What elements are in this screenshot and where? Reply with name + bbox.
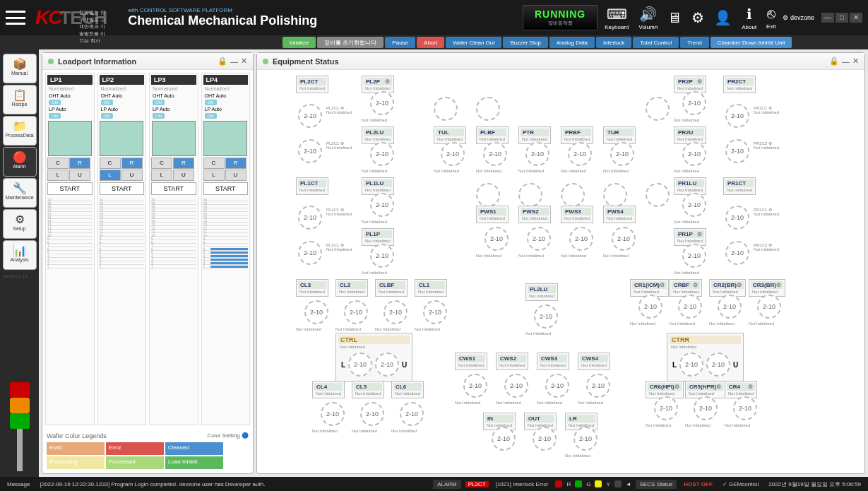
lp-on-toggle[interactable]: ON <box>101 113 113 119</box>
wafer-circle[interactable]: 2-10 <box>400 402 424 426</box>
wafer-circle[interactable]: 2-10 <box>586 374 610 398</box>
wafer-circle[interactable]: 2-10 <box>682 244 706 268</box>
wafer-circle[interactable]: 2-10 <box>610 142 634 166</box>
wafer-circle[interactable]: 2-10 <box>534 304 558 329</box>
unit-cl2[interactable]: CL2Not Initialized <box>335 279 368 297</box>
wafer-circle[interactable]: 2-10 <box>525 142 549 166</box>
wafer-circle[interactable]: 2-10 <box>344 300 368 324</box>
wafer-circle[interactable]: 2-10 <box>682 91 706 115</box>
-icon[interactable]: 👤 <box>714 9 732 26</box>
close-icon[interactable]: ✕ <box>852 57 859 66</box>
wafer-circle[interactable]: 2-10 <box>678 295 702 319</box>
wafer-circle[interactable]: 2-10 <box>638 295 662 319</box>
wafer-circle[interactable]: 2-10 <box>483 142 507 166</box>
wafer-circle[interactable]: 2-10 <box>545 374 569 398</box>
wafer-circle[interactable]: 2-10 <box>298 139 322 163</box>
toolbar-total-control[interactable]: Total Control <box>633 37 679 48</box>
unit-pl2lu[interactable]: PL2LUNot Initialized <box>525 283 558 301</box>
r-button[interactable]: R <box>225 158 246 169</box>
wafer-slot[interactable] <box>152 121 196 156</box>
wafer-circle[interactable]: 2-10 <box>725 139 749 163</box>
unit-pws3[interactable]: PWS3Not Initialized <box>561 206 593 223</box>
wafer-circle[interactable]: 2-10 <box>533 427 557 451</box>
l-button[interactable]: L <box>151 170 172 181</box>
wafer-circle[interactable]: 2-10 <box>441 142 465 166</box>
color-setting-button[interactable]: Color Setting 🔵 <box>208 432 249 439</box>
toolbar-water-clean-out[interactable]: Water Clean Out <box>446 37 501 48</box>
unit-cl6[interactable]: CL6Not Initialized <box>391 381 424 398</box>
unit-pl1ct[interactable]: PL1CTNot Initialized <box>296 177 328 195</box>
wafer-circle[interactable]: 2-10 <box>298 241 322 265</box>
wafer-circle[interactable]: 2-10 <box>370 244 394 268</box>
lp-on-toggle[interactable]: ON <box>49 113 61 119</box>
hamburger-menu[interactable] <box>6 11 25 25</box>
unit-cws2[interactable]: CWS2Not Initialized <box>496 353 528 370</box>
wafer-circle[interactable] <box>646 97 670 121</box>
wafer-circle[interactable]: 2-10 <box>527 227 551 251</box>
minimize-button[interactable]: — <box>821 13 834 23</box>
toolbar-abort[interactable]: Abort <box>417 37 444 48</box>
oht-on-toggle[interactable]: ON <box>205 100 217 105</box>
wafer-circle[interactable]: 2-10 <box>573 427 598 451</box>
wafer-circle[interactable] <box>646 183 670 207</box>
wafer-circle[interactable]: 2-10 <box>733 396 757 420</box>
wafer-circle[interactable]: 2-10 <box>504 374 528 398</box>
sidebar-alarm[interactable]: 🔴Alarm <box>3 147 37 177</box>
wafer-circle[interactable]: 2-10 <box>370 91 394 115</box>
wafer-circle[interactable]: 2-10 <box>360 402 384 426</box>
toolbar-chamber-down-inhibit-unit[interactable]: Chamber Down Inhibit Unit <box>711 37 792 48</box>
wafer-circle[interactable]: 2-10 <box>568 142 592 166</box>
wafer-circle[interactable]: 2-10 <box>612 227 636 251</box>
sidebar-processdata[interactable]: 📁ProcessData <box>3 116 37 146</box>
wafer-circle[interactable]: 2-10 <box>321 402 345 426</box>
lp-on-toggle[interactable]: ON <box>153 113 165 119</box>
exit-icon[interactable]: ⎋Exit <box>766 6 775 30</box>
wafer-circle[interactable] <box>476 97 500 121</box>
wafer-circle[interactable]: 2-10 <box>569 227 593 251</box>
wafer-circle[interactable] <box>518 183 542 207</box>
wafer-slot[interactable] <box>48 121 92 156</box>
unit-pr2ct[interactable]: PR2CTNot Initialized <box>723 76 756 93</box>
wafer-circle[interactable]: 2-10 <box>298 206 322 230</box>
ctrl-box[interactable]: CTRLNot InitializedL2-102-10U <box>335 333 412 382</box>
wafer-circle[interactable]: 2-10 <box>384 300 408 324</box>
ctrr-box[interactable]: CTRRNot InitializedL2-102-10U <box>667 333 744 382</box>
sidebar-manual[interactable]: 📦Manual <box>3 54 37 83</box>
unit-pl2ct[interactable]: PL2CTNot Initialized <box>296 76 328 93</box>
sidebar-setup[interactable]: ⚙Setup <box>3 209 37 239</box>
wafer-circle[interactable]: 2-10 <box>463 374 487 398</box>
start-button[interactable]: START <box>100 182 145 195</box>
l-button[interactable]: L <box>203 170 225 181</box>
oht-on-toggle[interactable]: ON <box>153 100 165 105</box>
unit-pws4[interactable]: PWS4Not Initialized <box>603 206 636 223</box>
oht-on-toggle[interactable]: ON <box>101 100 113 105</box>
unit-cl4[interactable]: CL4Not Initialized <box>312 381 345 398</box>
start-button[interactable]: START <box>47 182 93 195</box>
wafer-circle[interactable]: 2-10 <box>654 396 678 420</box>
u-button[interactable]: U <box>121 170 143 181</box>
unit-cl1[interactable]: CL1Not Initialized <box>415 279 447 297</box>
about-icon[interactable]: ℹAbout <box>742 6 756 30</box>
wafer-circle[interactable] <box>476 183 500 207</box>
minimize-icon[interactable]: — <box>230 57 238 66</box>
close-button[interactable]: ✕ <box>850 13 862 23</box>
wafer-circle[interactable]: 2-10 <box>492 427 516 451</box>
r-button[interactable]: R <box>173 158 194 169</box>
sidebar-maintenance[interactable]: 🔧Maintenance <box>3 178 37 208</box>
keyboard-icon[interactable]: ⌨Keyboard <box>605 6 629 30</box>
c-button[interactable]: C <box>100 158 121 169</box>
gem-control[interactable]: ✓ GEMcontrol <box>720 481 761 487</box>
wafer-circle[interactable] <box>603 183 627 207</box>
toolbar-interlock[interactable]: Interlock <box>596 37 631 48</box>
r-button[interactable]: R <box>121 158 143 169</box>
sidebar-analysis[interactable]: 📊Analysis <box>3 240 37 270</box>
unit-cws1[interactable]: CWS1Not Initialized <box>455 353 487 370</box>
wafer-circle[interactable] <box>561 183 585 207</box>
u-button[interactable]: U <box>69 170 90 181</box>
-icon[interactable]: ⚙ <box>691 9 704 26</box>
l-button[interactable]: L <box>47 170 69 181</box>
r-button[interactable]: R <box>69 158 90 169</box>
wafer-circle[interactable]: 2-10 <box>725 206 749 230</box>
wafer-circle[interactable]: 2-10 <box>370 193 394 217</box>
wafer-circle[interactable]: 2-10 <box>718 295 742 319</box>
